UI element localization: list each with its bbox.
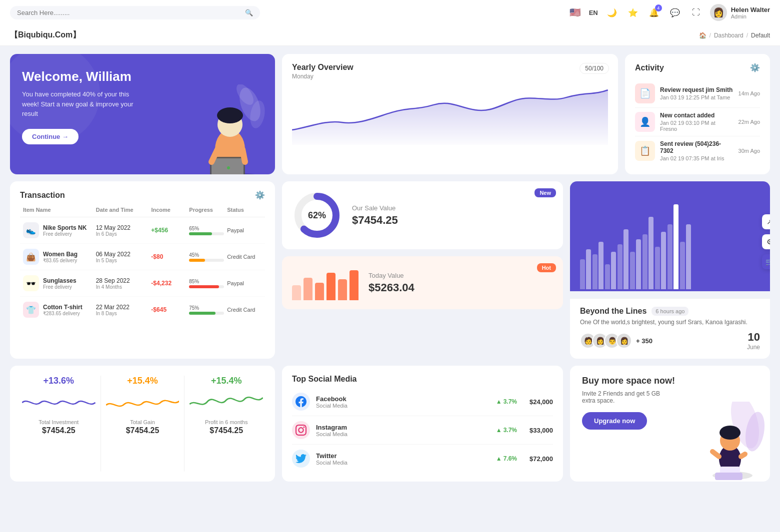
item-info-2: 👜 Women Bag ₹83.65 delivery xyxy=(23,249,93,265)
user-info[interactable]: 👩 Helen Walter Admin xyxy=(710,4,770,21)
home-icon[interactable]: 🏠 xyxy=(699,32,706,39)
topbar: 🔍 🇺🇸 EN 🌙 ⭐ 🔔 4 💬 ⛶ 👩 Helen Walter Admin xyxy=(0,0,780,25)
date-info-1: 12 May 2022 In 6 Days xyxy=(96,224,148,237)
bar-chart-card: ↗ ⚙ 🛒 xyxy=(570,181,770,291)
buy-space-card: Buy more space now! Invite 2 Friends and… xyxy=(570,366,770,482)
stat-divider-2 xyxy=(184,376,184,472)
progress-3: 85% xyxy=(189,279,224,288)
fullscreen-icon[interactable]: ⛶ xyxy=(689,5,703,19)
brand-logo: 【Biqubiqu.Com】 xyxy=(10,30,80,40)
today-value-card: Hot Today Value $5263.04 xyxy=(282,256,563,309)
today-sale-info: Today Value $5263.04 xyxy=(368,272,553,294)
transaction-settings-icon[interactable]: ⚙️ xyxy=(255,190,265,200)
transaction-header: Transaction ⚙️ xyxy=(20,190,265,200)
item-icon-1: 👟 xyxy=(23,222,39,238)
stat-pct-1: +13.6% xyxy=(44,376,74,386)
social-type-fb: Social Media xyxy=(316,403,490,409)
activity-thumb-1: 📄 xyxy=(635,83,655,103)
activity-time-2: 22m Ago xyxy=(738,119,760,125)
wave-chart-2 xyxy=(106,390,180,415)
twitter-icon xyxy=(292,450,310,468)
transaction-title: Transaction xyxy=(20,191,65,200)
activity-settings-icon[interactable]: ⚙️ xyxy=(750,63,760,72)
item-sub-1: Free delivery xyxy=(43,231,86,237)
social-name-ig: Instagram xyxy=(316,424,490,431)
social-name-fb: Facebook xyxy=(316,395,490,403)
social-info-facebook: Facebook Social Media xyxy=(316,395,490,409)
activity-item-title-3: Sent review (504)236-7302 xyxy=(660,140,734,154)
star-icon[interactable]: ⭐ xyxy=(626,5,640,19)
svg-line-8 xyxy=(242,149,245,162)
social-title: Top Social Media xyxy=(292,375,553,384)
item-name-2: Women Bag xyxy=(43,251,78,258)
share-float-icon[interactable]: ↗ xyxy=(762,214,770,229)
activity-item-title-2: New contact added xyxy=(660,112,734,119)
date-info-2: 06 May 2022 In 5 Days xyxy=(96,251,148,263)
activity-item-sub-2: Jan 02 19 03:10 PM at Fresno xyxy=(660,120,734,132)
beyond-title: Beyond the Lines xyxy=(580,307,646,316)
chat-icon[interactable]: 💬 xyxy=(668,5,682,19)
dark-mode-icon[interactable]: 🌙 xyxy=(605,5,619,19)
social-info-twitter: Twitter Social Media xyxy=(316,452,490,466)
instagram-icon xyxy=(292,421,310,439)
stat-pct-2: +15.4% xyxy=(127,376,158,386)
social-growth-ig: ▲ 3.7% xyxy=(496,427,517,434)
today-donut-wrap: Today Value $5263.04 xyxy=(292,265,553,300)
social-revenue-tw: $72,000 xyxy=(523,455,553,463)
status-4: Credit Card xyxy=(227,307,262,313)
beyond-card: Beyond the Lines 6 hours ago One Of the … xyxy=(570,298,770,359)
facebook-icon xyxy=(292,393,310,411)
today-label: Today Value xyxy=(368,272,553,279)
col-progress: Progress xyxy=(189,207,224,213)
svg-point-3 xyxy=(217,107,243,123)
svg-point-19 xyxy=(720,426,740,440)
upgrade-button[interactable]: Upgrade now xyxy=(582,412,647,430)
income-4: -$645 xyxy=(151,306,186,313)
social-growth-tw: ▲ 7.6% xyxy=(496,455,517,462)
sale-value: $7454.25 xyxy=(352,214,553,227)
plus-count: + 350 xyxy=(636,337,652,345)
table-row: 👜 Women Bag ₹83.65 delivery 06 May 2022 … xyxy=(20,244,265,270)
social-info-instagram: Instagram Social Media xyxy=(316,424,490,437)
activity-item-sub-1: Jan 03 19 12:25 PM at Tame xyxy=(660,94,734,100)
cart-float-icon[interactable]: 🛒 xyxy=(762,254,770,269)
activity-item-1: 📄 Review request jim Smith Jan 03 19 12:… xyxy=(635,79,760,108)
item-info-1: 👟 Nike Sports NK Free delivery xyxy=(23,222,93,238)
progress-2: 45% xyxy=(189,252,224,262)
yearly-title: Yearly Overview xyxy=(292,63,608,72)
wave-chart-3 xyxy=(190,390,263,415)
search-wrap[interactable]: 🔍 xyxy=(10,6,260,19)
col-status: Status xyxy=(227,207,262,213)
avatar-stack: 🧑 👩 👨 👩 + 350 xyxy=(580,333,652,349)
item-name-1: Nike Sports NK xyxy=(43,224,86,231)
welcome-illustration xyxy=(165,84,265,174)
flag-icon[interactable]: 🇺🇸 xyxy=(568,5,582,19)
stat-label-2: Total Gain xyxy=(130,419,155,425)
social-item-twitter: Twitter Social Media ▲ 7.6% $72,000 xyxy=(292,445,553,473)
notification-icon[interactable]: 🔔 4 xyxy=(647,5,661,19)
activity-info-3: Sent review (504)236-7302 Jan 02 19 07:3… xyxy=(660,140,734,161)
beyond-header: Beyond the Lines 6 hours ago xyxy=(580,307,760,316)
social-item-instagram: Instagram Social Media ▲ 3.7% $33,000 xyxy=(292,416,553,445)
welcome-card: Welcome, William You have completed 40% … xyxy=(10,54,275,174)
search-icon: 🔍 xyxy=(245,9,253,16)
mini-stat-2: +15.4% Total Gain $7454.25 xyxy=(106,376,180,472)
social-revenue-ig: $33,000 xyxy=(523,427,553,434)
bar-mini-chart xyxy=(292,265,358,300)
user-name: Helen Walter xyxy=(731,6,770,13)
activity-item-3: 📋 Sent review (504)236-7302 Jan 02 19 07… xyxy=(635,136,760,165)
stat-label-3: Profit in 6 months xyxy=(205,419,248,425)
search-input[interactable] xyxy=(17,9,241,16)
progress-1: 65% xyxy=(189,226,224,235)
date-num: 10 xyxy=(747,331,760,344)
status-1: Paypal xyxy=(227,227,262,233)
income-1: +$456 xyxy=(151,227,186,234)
breadcrumb-dashboard[interactable]: Dashboard xyxy=(714,32,744,39)
item-name-3: Sunglasses xyxy=(43,277,76,284)
activity-card: Activity ⚙️ 📄 Review request jim Smith J… xyxy=(625,54,770,174)
item-info-3: 🕶️ Sunglasses Free delivery xyxy=(23,275,93,291)
item-sub-2: ₹83.65 delivery xyxy=(43,258,78,263)
activity-item-sub-3: Jan 02 19 07:35 PM at Iris xyxy=(660,155,734,161)
settings-float-icon[interactable]: ⚙ xyxy=(762,234,770,249)
stat-value-2: $7454.25 xyxy=(126,426,160,435)
